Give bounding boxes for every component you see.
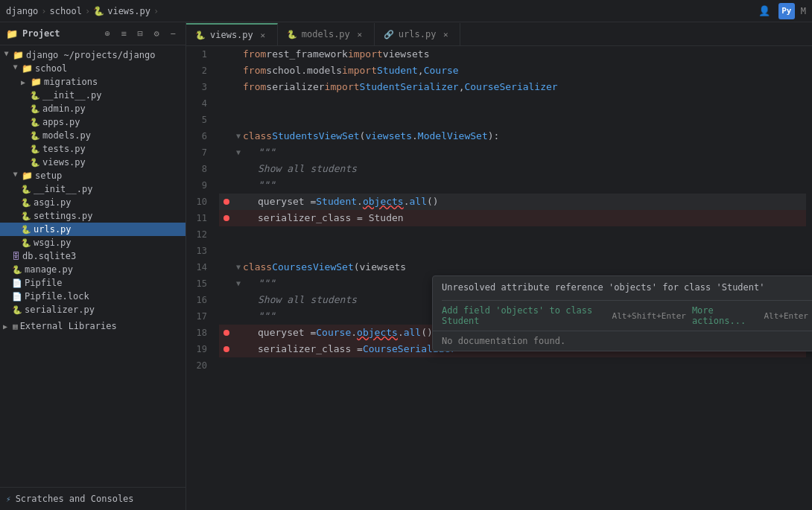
- error-indicator-18: [223, 330, 229, 336]
- line-numbers: 12345 678910 1112131415 1617181920: [186, 46, 213, 510]
- tab-models-py-icon: 🐍: [287, 30, 297, 39]
- settings-icon[interactable]: ≡: [117, 27, 130, 40]
- tree-apps[interactable]: 🐍 apps.py: [0, 115, 185, 129]
- label-init-setup: __init__.py: [34, 184, 92, 194]
- sidebar-header: 📁 Project ⊕ ≡ ⊟ ⚙ −: [0, 22, 185, 45]
- sidebar-icons: ⊕ ≡ ⊟ ⚙ −: [101, 27, 180, 40]
- breadcrumb-school[interactable]: school: [50, 6, 82, 16]
- tree-db[interactable]: 🗄 db.sqlite3: [0, 249, 185, 263]
- code-line: [219, 226, 806, 243]
- code-line: ▼ class StudentsViewSet(viewsets.ModelVi…: [219, 128, 806, 144]
- scratches-bar[interactable]: ⚡ Scratches and Consoles: [0, 487, 185, 510]
- tree-school[interactable]: ▶ 📁 school: [0, 62, 185, 75]
- account-icon[interactable]: 👤: [756, 3, 773, 19]
- tree-root[interactable]: ▶ 📁 django ~/projects/django: [0, 48, 185, 62]
- breadcrumb: django › school › 🐍 views.py ›: [6, 6, 159, 16]
- tooltip-header: Unresolved attribute reference 'objects'…: [433, 276, 812, 300]
- label-apps: apps.py: [42, 117, 80, 127]
- code-line: """: [219, 177, 806, 194]
- tree-models-school[interactable]: 🐍 models.py: [0, 129, 185, 142]
- tree-asgi[interactable]: 🐍 asgi.py: [0, 196, 185, 209]
- collapse-icon[interactable]: ⊟: [133, 27, 147, 40]
- arrow-setup: ▶: [12, 172, 20, 179]
- py-icon-admin: 🐍: [30, 104, 40, 114]
- folder-setup: 📁: [22, 170, 33, 181]
- tree-init-school[interactable]: 🐍 __init__.py: [0, 89, 185, 102]
- tooltip-actions: Add field 'objects' to class Student Alt…: [433, 301, 812, 331]
- python-logo[interactable]: Py: [778, 3, 795, 19]
- tree-serializer[interactable]: 🐍 serializer.py: [0, 303, 185, 316]
- add-icon[interactable]: ⊕: [101, 27, 114, 40]
- sidebar-tree: ▶ 📁 django ~/projects/django ▶ 📁 school …: [0, 45, 185, 487]
- code-line: [219, 112, 806, 128]
- tree-external-libs[interactable]: ▶ ▦ External Libraries: [0, 319, 185, 333]
- tooltip-more-actions-link[interactable]: More actions...: [692, 305, 760, 326]
- tree-setup[interactable]: ▶ 📁 setup: [0, 169, 185, 182]
- tooltip-action-left: Add field 'objects' to class Student Alt…: [442, 305, 686, 326]
- py-icon-models: 🐍: [30, 131, 40, 141]
- top-bar-right: 👤 Py M: [756, 3, 806, 19]
- tree-manage[interactable]: 🐍 manage.py: [0, 263, 185, 276]
- py-icon-init-school: 🐍: [30, 91, 40, 101]
- arrow-django: ▶: [3, 51, 11, 59]
- label-setup: setup: [35, 170, 62, 181]
- code-line-11: serializer_class = Studen: [219, 210, 806, 226]
- gear-icon[interactable]: ⚙: [150, 27, 163, 40]
- py-icon-settings: 🐍: [21, 211, 31, 221]
- error-indicator-19: [223, 346, 229, 352]
- pipfile-lock-icon: 📄: [12, 292, 22, 302]
- tree-tests[interactable]: 🐍 tests.py: [0, 142, 185, 156]
- py-icon-views: 🐍: [30, 158, 40, 168]
- code-line-14: ▼ class CoursesViewSet(viewsets: [219, 259, 806, 275]
- code-line: [219, 243, 806, 259]
- main-layout: 📁 Project ⊕ ≡ ⊟ ⚙ − ▶ 📁 django ~/project…: [0, 22, 812, 510]
- tab-models[interactable]: 🐍 models.py ✕: [278, 23, 375, 45]
- tree-pipfile[interactable]: 📄 Pipfile: [0, 276, 185, 290]
- tab-urls-close[interactable]: ✕: [440, 29, 451, 39]
- label-wsgi: wsgi.py: [34, 238, 72, 248]
- scratches-label: Scratches and Consoles: [16, 494, 134, 504]
- label-admin: admin.py: [42, 103, 86, 114]
- code-line: [219, 357, 806, 374]
- sidebar: 📁 Project ⊕ ≡ ⊟ ⚙ − ▶ 📁 django ~/project…: [0, 22, 186, 510]
- top-bar: django › school › 🐍 views.py › 👤 Py M: [0, 0, 812, 22]
- tooltip-no-doc: No documentation found.: [433, 331, 812, 351]
- tab-views-py-icon: 🐍: [195, 31, 206, 40]
- tree-migrations[interactable]: ▶ 📁 migrations: [0, 75, 185, 89]
- tooltip-add-field-link[interactable]: Add field 'objects' to class Student: [442, 305, 608, 326]
- label-pipfile-lock: Pipfile.lock: [25, 291, 89, 302]
- tab-urls[interactable]: 🔗 urls.py ✕: [375, 23, 461, 45]
- tree-wsgi[interactable]: 🐍 wsgi.py: [0, 236, 185, 249]
- code-editor[interactable]: 12345 678910 1112131415 1617181920 from …: [186, 46, 812, 510]
- folder-icon: 📁: [6, 28, 18, 39]
- label-asgi: asgi.py: [34, 197, 72, 208]
- error-indicator-11: [223, 215, 229, 221]
- tree-init-setup[interactable]: 🐍 __init__.py: [0, 182, 185, 196]
- tab-views-close[interactable]: ✕: [258, 30, 268, 40]
- label-urls: urls.py: [34, 224, 72, 235]
- ext-libs-icon: ▦: [13, 322, 18, 331]
- tab-views-label: views.py: [210, 30, 253, 40]
- py-icon-init-setup: 🐍: [21, 185, 31, 194]
- breadcrumb-views[interactable]: views.py: [107, 6, 150, 16]
- tab-models-label: models.py: [302, 29, 350, 39]
- code-line: ▼ """: [219, 144, 806, 161]
- breadcrumb-django[interactable]: django: [6, 6, 38, 16]
- scratches-icon: ⚡: [6, 494, 11, 504]
- tree-settings[interactable]: 🐍 settings.py: [0, 209, 185, 223]
- tab-views[interactable]: 🐍 views.py ✕: [186, 23, 278, 45]
- tree-pipfile-lock[interactable]: 📄 Pipfile.lock: [0, 290, 185, 303]
- tree-views-school[interactable]: 🐍 views.py: [0, 156, 185, 169]
- py-icon-wsgi: 🐍: [21, 238, 31, 248]
- tree-urls[interactable]: 🐍 urls.py: [0, 223, 185, 236]
- code-line: from rest_framework import viewsets: [219, 46, 806, 63]
- arrow-migrations: ▶: [21, 78, 28, 86]
- tab-models-close[interactable]: ✕: [355, 29, 365, 39]
- label-serializer: serializer.py: [25, 305, 95, 315]
- arrow-school: ▶: [12, 65, 20, 72]
- editor-area: 🐍 views.py ✕ 🐍 models.py ✕ 🔗 urls.py ✕ 1…: [186, 22, 812, 510]
- tree-admin[interactable]: 🐍 admin.py: [0, 102, 185, 115]
- minus-icon[interactable]: −: [166, 27, 180, 40]
- folder-school: 📁: [22, 63, 33, 74]
- code-line: [219, 95, 806, 112]
